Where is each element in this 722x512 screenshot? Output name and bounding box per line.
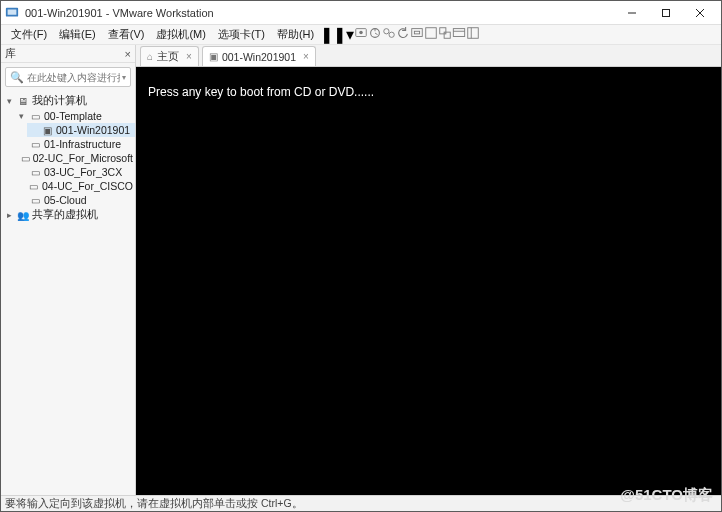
folder-icon: ▭ (29, 111, 41, 122)
expand-toggle-icon[interactable]: ▾ (5, 96, 14, 106)
sidebar-title: 库 (5, 46, 16, 61)
fullscreen-icon[interactable] (424, 26, 438, 44)
menu-tabs[interactable]: 选项卡(T) (212, 25, 271, 44)
search-dropdown-icon[interactable]: ▾ (122, 73, 126, 82)
unity-icon[interactable] (438, 26, 452, 44)
tab-bar: ⌂ 主页 × ▣ 001-Win201901 × (136, 45, 721, 67)
app-body: 库 × 🔍 ▾ ▾ 🖥 我的计算机 (1, 45, 721, 495)
svg-rect-1 (8, 9, 17, 14)
tree-root-my-computer[interactable]: ▾ 🖥 我的计算机 (3, 93, 135, 109)
tree-folder-05-cloud[interactable]: ▭05-Cloud (15, 193, 135, 207)
snapshot-manager-icon[interactable] (382, 26, 396, 44)
maximize-button[interactable] (649, 2, 683, 24)
svg-point-10 (389, 32, 394, 37)
tree-label: 05-Cloud (44, 194, 87, 206)
computer-icon: 🖥 (17, 96, 29, 107)
tab-label: 主页 (157, 50, 179, 64)
svg-point-7 (359, 30, 363, 34)
shared-icon: 👥 (17, 210, 29, 221)
library-toggle-icon[interactable] (466, 26, 480, 44)
tree-folder-02-uc-microsoft[interactable]: ▭02-UC_For_Microsoft (15, 151, 135, 165)
status-bar: 要将输入定向到该虚拟机，请在虚拟机内部单击或按 Ctrl+G。 (1, 495, 721, 511)
svg-rect-18 (468, 27, 479, 38)
tree-root-shared-vms[interactable]: ▸ 👥 共享的虚拟机 (3, 207, 135, 223)
minimize-button[interactable] (615, 2, 649, 24)
svg-rect-13 (426, 27, 437, 38)
send-ctrl-alt-del-icon[interactable] (354, 26, 368, 44)
svg-rect-14 (440, 27, 446, 33)
menu-bar: 文件(F) 编辑(E) 查看(V) 虚拟机(M) 选项卡(T) 帮助(H) ❚❚… (1, 25, 721, 45)
svg-point-9 (384, 28, 389, 33)
svg-rect-3 (663, 9, 670, 16)
vmware-app-icon (5, 6, 19, 20)
folder-icon: ▭ (29, 167, 41, 178)
folder-icon: ▭ (28, 181, 39, 192)
tree-folder-01-infrastructure[interactable]: ▭01-Infrastructure (15, 137, 135, 151)
tree-vm-001-win201901[interactable]: ▣ 001-Win201901 (27, 123, 135, 137)
revert-snapshot-icon[interactable] (396, 26, 410, 44)
expand-toggle-icon[interactable]: ▾ (17, 111, 26, 121)
tab-label: 001-Win201901 (222, 51, 296, 63)
svg-rect-11 (412, 28, 423, 36)
home-icon: ⌂ (147, 51, 153, 62)
tree-label: 我的计算机 (32, 94, 87, 108)
tree-folder-04-uc-cisco[interactable]: ▭04-UC_For_CISCO (15, 179, 135, 193)
snapshot-icon[interactable] (368, 26, 382, 44)
vm-console[interactable]: Press any key to boot from CD or DVD....… (136, 67, 721, 495)
tab-home[interactable]: ⌂ 主页 × (140, 46, 199, 66)
tree-folder-03-uc-3cx[interactable]: ▭03-UC_For_3CX (15, 165, 135, 179)
console-text: Press any key to boot from CD or DVD....… (148, 85, 709, 99)
sidebar-search[interactable]: 🔍 ▾ (5, 67, 131, 87)
menu-view[interactable]: 查看(V) (102, 25, 151, 44)
menu-edit[interactable]: 编辑(E) (53, 25, 102, 44)
svg-rect-16 (454, 28, 465, 36)
console-view-icon[interactable] (452, 26, 466, 44)
close-button[interactable] (683, 2, 717, 24)
folder-icon: ▭ (21, 153, 30, 164)
menu-vm[interactable]: 虚拟机(M) (150, 25, 212, 44)
search-icon: 🔍 (10, 71, 24, 84)
library-tree: ▾ 🖥 我的计算机 ▾ ▭ 00-Template (1, 91, 135, 495)
window-title: 001-Win201901 - VMware Workstation (25, 7, 615, 19)
tree-label: 03-UC_For_3CX (44, 166, 122, 178)
sidebar-header: 库 × (1, 45, 135, 63)
tree-label: 00-Template (44, 110, 102, 122)
window-controls (615, 2, 717, 24)
status-text: 要将输入定向到该虚拟机，请在虚拟机内部单击或按 Ctrl+G。 (5, 497, 303, 511)
tree-label: 02-UC_For_Microsoft (33, 152, 133, 164)
tree-label: 04-UC_For_CISCO (42, 180, 133, 192)
tree-folder-00-template[interactable]: ▾ ▭ 00-Template (15, 109, 135, 123)
tree-label: 001-Win201901 (56, 124, 130, 136)
expand-toggle-icon[interactable]: ▸ (5, 210, 14, 220)
vm-icon: ▣ (41, 125, 53, 136)
tab-vm-001-win201901[interactable]: ▣ 001-Win201901 × (202, 46, 316, 66)
tab-close-icon[interactable]: × (303, 51, 309, 62)
menu-help[interactable]: 帮助(H) (271, 25, 320, 44)
title-bar: 001-Win201901 - VMware Workstation (1, 1, 721, 25)
folder-icon: ▭ (29, 139, 41, 150)
tree-label: 01-Infrastructure (44, 138, 121, 150)
tab-close-icon[interactable]: × (186, 51, 192, 62)
folder-icon: ▭ (29, 195, 41, 206)
search-input[interactable] (27, 72, 120, 83)
app-window: 001-Win201901 - VMware Workstation 文件(F)… (0, 0, 722, 512)
main-area: ⌂ 主页 × ▣ 001-Win201901 × Press any key t… (136, 45, 721, 495)
sidebar-close-icon[interactable]: × (125, 48, 131, 60)
tree-label: 共享的虚拟机 (32, 208, 98, 222)
power-pause-button[interactable]: ❚❚▾ (320, 25, 354, 44)
svg-rect-15 (444, 32, 450, 38)
vm-icon: ▣ (209, 51, 218, 62)
library-sidebar: 库 × 🔍 ▾ ▾ 🖥 我的计算机 (1, 45, 136, 495)
fit-guest-icon[interactable] (410, 26, 424, 44)
menu-file[interactable]: 文件(F) (5, 25, 53, 44)
svg-rect-12 (415, 31, 420, 34)
